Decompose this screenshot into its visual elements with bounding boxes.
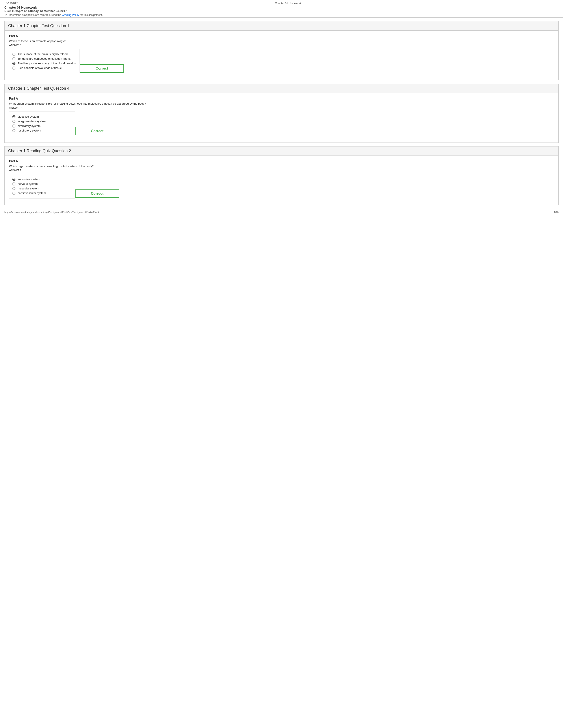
question-title-1: Chapter 1 Chapter Test Question 1 (5, 21, 558, 31)
grading-policy-link[interactable]: Grading Policy (62, 13, 79, 17)
due-date: Due: 11:46pm on Sunday, September 24, 20… (4, 9, 559, 13)
option-row-3-1[interactable]: endocrine system (12, 178, 72, 181)
options-box-1: The surface of the brain is highly folde… (9, 49, 80, 73)
grading-note: To understand how points are awarded, re… (4, 13, 559, 17)
radio-1-2[interactable] (12, 57, 15, 60)
questions-container: Chapter 1 Chapter Test Question 1Part AW… (0, 21, 563, 205)
question-text-2: What organ system is responsible for bre… (9, 102, 554, 105)
part-label-3: Part A (9, 159, 554, 163)
question-body-3: Part AWhich organ system is the slow-act… (5, 156, 558, 205)
option-row-2-1[interactable]: digestive system (12, 115, 72, 118)
footer-url: https://session.masteringaandp.com/myct/… (4, 211, 99, 213)
radio-2-1[interactable] (12, 115, 15, 118)
question-text-1: Which of these is an example of physiolo… (9, 39, 554, 43)
answer-label-1: ANSWER: (9, 44, 554, 47)
option-row-2-2[interactable]: integumentary system (12, 120, 72, 123)
option-label-1-1: The surface of the brain is highly folde… (18, 52, 68, 56)
option-label-2-2: integumentary system (18, 120, 46, 123)
page-footer: https://session.masteringaandp.com/myct/… (0, 209, 563, 215)
option-row-3-3[interactable]: muscular system (12, 187, 72, 190)
options-box-2: digestive systemintegumentary systemcirc… (9, 111, 75, 136)
question-body-2: Part AWhat organ system is responsible f… (5, 93, 558, 143)
option-row-1-1[interactable]: The surface of the brain is highly folde… (12, 52, 76, 56)
part-label-2: Part A (9, 97, 554, 100)
radio-3-3[interactable] (12, 187, 15, 190)
answer-label-2: ANSWER: (9, 106, 554, 109)
question-title-3: Chapter 1 Reading Quiz Question 2 (5, 146, 558, 156)
option-label-3-1: endocrine system (18, 178, 40, 181)
date-label: 10/19/2017 (4, 2, 18, 5)
option-row-3-4[interactable]: cardiovascular system (12, 191, 72, 195)
radio-1-3[interactable] (12, 62, 15, 65)
option-label-2-1: digestive system (18, 115, 39, 118)
radio-2-2[interactable] (12, 120, 15, 123)
radio-2-3[interactable] (12, 124, 15, 128)
question-text-3: Which organ system is the slow-acting co… (9, 165, 554, 168)
option-row-1-4[interactable]: Skin consists of two kinds of tissue. (12, 66, 76, 70)
option-row-1-2[interactable]: Tendons are composed of collagen fibers. (12, 57, 76, 60)
option-label-1-4: Skin consists of two kinds of tissue. (18, 66, 63, 70)
option-label-2-4: respiratory system (18, 129, 41, 132)
radio-2-4[interactable] (12, 129, 15, 132)
radio-1-1[interactable] (12, 53, 15, 56)
question-title-2: Chapter 1 Chapter Test Question 4 (5, 84, 558, 93)
option-label-3-3: muscular system (18, 187, 39, 190)
assignment-title: Chapter 01 Homework (4, 6, 559, 9)
option-label-2-3: circulatory system (18, 124, 41, 128)
option-label-3-2: nervous system (18, 182, 38, 185)
correct-badge-2: Correct (75, 127, 119, 135)
radio-1-4[interactable] (12, 67, 15, 70)
option-label-3-4: cardiovascular system (18, 191, 46, 195)
correct-badge-3: Correct (75, 189, 119, 198)
question-block-3: Chapter 1 Reading Quiz Question 2Part AW… (4, 146, 559, 205)
grading-note-prefix: To understand how points are awarded, re… (4, 13, 62, 17)
radio-3-4[interactable] (12, 192, 15, 195)
options-box-3: endocrine systemnervous systemmuscular s… (9, 174, 75, 198)
option-row-2-4[interactable]: respiratory system (12, 129, 72, 132)
option-row-1-3[interactable]: The liver produces many of the blood pro… (12, 62, 76, 65)
page-title-center: Chapter 01 Homework (275, 2, 302, 5)
option-row-2-3[interactable]: circulatory system (12, 124, 72, 128)
option-row-3-2[interactable]: nervous system (12, 182, 72, 185)
footer-page-info: 1/16 (554, 211, 559, 213)
option-label-1-2: Tendons are composed of collagen fibers. (18, 57, 71, 60)
question-block-1: Chapter 1 Chapter Test Question 1Part AW… (4, 21, 559, 80)
part-label-1: Part A (9, 34, 554, 38)
answer-label-3: ANSWER: (9, 169, 554, 172)
correct-badge-1: Correct (80, 64, 124, 73)
radio-3-1[interactable] (12, 178, 15, 181)
question-block-2: Chapter 1 Chapter Test Question 4Part AW… (4, 84, 559, 143)
grading-note-suffix: for this assignment. (79, 13, 103, 17)
option-label-1-3: The liver produces many of the blood pro… (18, 62, 76, 65)
radio-3-2[interactable] (12, 182, 15, 185)
page-header: 10/19/2017 Chapter 01 Homework Chapter 0… (0, 0, 563, 18)
question-body-1: Part AWhich of these is an example of ph… (5, 31, 558, 80)
